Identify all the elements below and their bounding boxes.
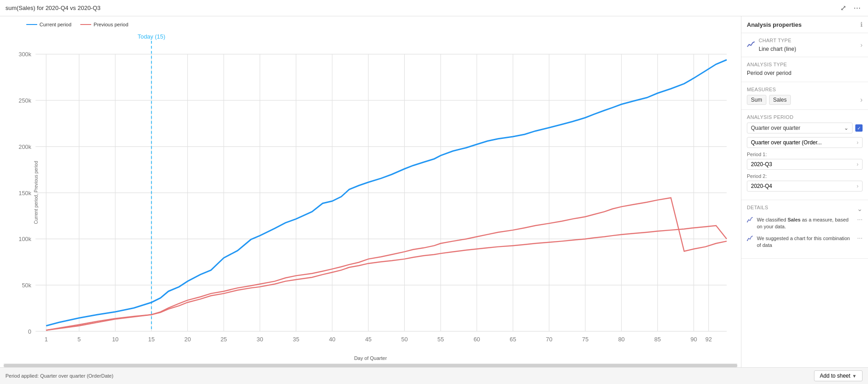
legend-current-label: Current period	[39, 22, 71, 27]
details-icon-classify	[747, 217, 753, 225]
period-dropdown-row: Quarter over quarter ⌄ ✓	[747, 123, 863, 133]
svg-text:1: 1	[44, 336, 48, 343]
more-button[interactable]: ⋯	[852, 3, 863, 13]
measures-section: Measures Sum Sales ›	[741, 82, 868, 110]
period-option-label: Quarter over quarter (Order...	[751, 139, 822, 146]
panel-header: Analysis properties ℹ	[741, 16, 868, 33]
svg-point-57	[747, 240, 748, 241]
period-dropdown[interactable]: Quarter over quarter ⌄	[747, 123, 853, 133]
analysis-type-value: Period over period	[747, 70, 863, 76]
chart-type-icon	[747, 41, 755, 49]
details-label: Details	[747, 205, 768, 210]
legend-line-blue	[26, 24, 37, 25]
details-icon-suggested	[747, 236, 753, 243]
analysis-type-label: Analysis type	[747, 62, 863, 67]
svg-text:55: 55	[437, 336, 444, 343]
svg-text:50k: 50k	[22, 282, 31, 289]
period2-label: Period 2:	[747, 173, 863, 179]
main-area: Current period Previous period Current p…	[0, 16, 868, 367]
svg-text:0: 0	[28, 328, 31, 335]
chart-type-value: Line chart (line)	[759, 46, 796, 52]
top-bar: sum(Sales) for 2020-Q4 vs 2020-Q3 ⤢ ⋯	[0, 0, 868, 16]
svg-text:92: 92	[706, 336, 712, 343]
sales-tag-label: Sales	[773, 97, 787, 103]
period-option-chevron: ›	[857, 139, 858, 146]
sales-tag[interactable]: Sales	[769, 95, 791, 105]
expand-button[interactable]: ⤢	[839, 3, 848, 13]
period2-select[interactable]: 2020-Q4 ›	[747, 181, 863, 192]
chart-type-row: Chart type Line chart (line) ›	[747, 38, 863, 52]
svg-text:80: 80	[618, 336, 624, 343]
measures-chevron[interactable]: ›	[860, 96, 863, 104]
svg-point-56	[747, 222, 748, 222]
svg-text:75: 75	[582, 336, 588, 343]
svg-text:30: 30	[257, 336, 263, 343]
svg-text:90: 90	[691, 336, 697, 343]
period-checkbox[interactable]: ✓	[855, 124, 863, 132]
add-to-sheet-button[interactable]: Add to sheet ▼	[814, 370, 863, 381]
details-header[interactable]: Details ⌄	[747, 205, 863, 213]
add-to-sheet-dropdown-icon: ▼	[852, 374, 857, 379]
legend-previous: Previous period	[80, 22, 128, 27]
measures-row: Sum Sales ›	[747, 95, 863, 105]
panel-info-button[interactable]: ℹ	[860, 21, 863, 28]
chart-type-chevron: ›	[860, 41, 863, 49]
legend-previous-label: Previous period	[93, 22, 128, 27]
svg-text:85: 85	[654, 336, 661, 343]
legend-current: Current period	[26, 22, 71, 27]
period-dropdown-value: Quarter over quarter	[751, 125, 800, 131]
sum-tag-label: Sum	[751, 97, 762, 103]
chart-type-label: Chart type	[759, 38, 796, 43]
period2-chevron: ›	[857, 183, 858, 189]
details-more-suggested[interactable]: ⋯	[857, 235, 863, 241]
svg-text:250k: 250k	[19, 97, 31, 104]
svg-text:40: 40	[329, 336, 335, 343]
analysis-period-label: Analysis period	[747, 114, 863, 120]
chart-wrapper: Current period, Previous period .grid-li…	[4, 31, 737, 354]
svg-text:5: 5	[78, 336, 81, 343]
svg-text:100k: 100k	[19, 236, 31, 242]
svg-text:200k: 200k	[19, 143, 31, 150]
details-more-classify[interactable]: ⋯	[857, 217, 863, 223]
chart-svg: .grid-line { stroke: #e0e0e0; stroke-wid…	[4, 31, 737, 354]
period1-select[interactable]: 2020-Q3 ›	[747, 159, 863, 170]
details-item-classify: We classified Sales as a measure, based …	[747, 217, 863, 231]
analysis-period-section: Analysis period Quarter over quarter ⌄ ✓…	[741, 110, 868, 200]
details-items: We classified Sales as a measure, based …	[747, 217, 863, 249]
svg-text:10: 10	[112, 336, 118, 343]
x-axis-label: Day of Quarter	[4, 354, 737, 364]
svg-text:150k: 150k	[19, 189, 31, 196]
chart-title: sum(Sales) for 2020-Q4 vs 2020-Q3	[5, 5, 101, 11]
legend-line-red	[80, 24, 91, 25]
chart-area: Current period Previous period Current p…	[0, 16, 741, 367]
svg-text:35: 35	[293, 336, 299, 343]
period-option-button[interactable]: Quarter over quarter (Order... ›	[747, 137, 863, 148]
period1-chevron: ›	[857, 161, 858, 167]
svg-text:15: 15	[148, 336, 155, 343]
chart-legend: Current period Previous period	[4, 20, 737, 31]
analysis-type-section: Analysis type Period over period	[741, 57, 868, 82]
details-text-suggested: We suggested a chart for this combinatio…	[757, 235, 853, 249]
sum-tag[interactable]: Sum	[747, 95, 766, 105]
chart-type-section: Chart type Line chart (line) ›	[741, 33, 868, 57]
details-text-classify: We classified Sales as a measure, based …	[757, 217, 853, 231]
bottom-bar: Period applied: Quarter over quarter (Or…	[0, 367, 868, 384]
details-item-suggested: We suggested a chart for this combinatio…	[747, 235, 863, 249]
chart-scrollbar[interactable]	[4, 364, 737, 367]
period-applied-label: Period applied: Quarter over quarter (Or…	[5, 373, 113, 379]
svg-text:300k: 300k	[19, 51, 31, 58]
svg-text:65: 65	[510, 336, 516, 343]
y-axis-label: Current period, Previous period	[34, 161, 39, 224]
details-section: Details ⌄ We classified Sales as a measu…	[741, 200, 868, 259]
svg-text:45: 45	[365, 336, 372, 343]
period-dropdown-chevron: ⌄	[844, 125, 848, 131]
svg-text:60: 60	[474, 336, 480, 343]
measures-label: Measures	[747, 87, 863, 92]
period1-value: 2020-Q3	[751, 161, 772, 167]
details-collapse-icon: ⌄	[857, 205, 863, 212]
right-panel: Analysis properties ℹ Chart type Line ch…	[741, 16, 868, 367]
period2-value: 2020-Q4	[751, 183, 772, 189]
period1-label: Period 1:	[747, 152, 863, 157]
add-to-sheet-label: Add to sheet	[820, 373, 850, 379]
chart-type-info: Chart type Line chart (line)	[759, 38, 796, 52]
